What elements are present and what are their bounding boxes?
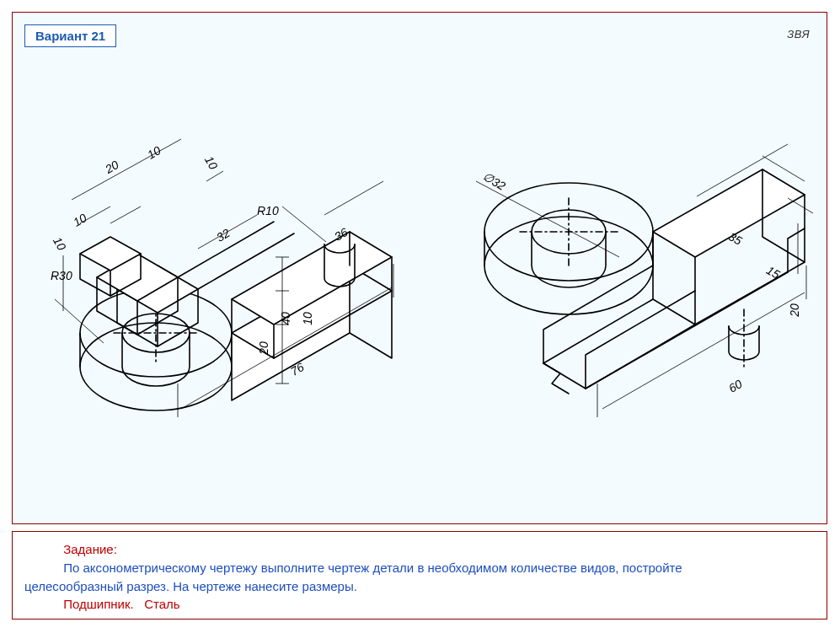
svg-line-31 [788,198,813,213]
drawing-panel: Вариант 21 ЗВЯ [12,12,827,524]
svg-line-10 [324,181,383,215]
task-body-line2: целесообразный разрез. На чертеже нанеси… [24,579,357,593]
dim-20r: 20 [788,303,801,317]
task-panel: Задание: По аксонометрическому чертежу в… [12,531,827,620]
dim-r10: R10 [257,204,279,217]
task-body-line1: По аксонометрическому чертежу выполните … [63,561,682,575]
right-iso-drawing [425,131,821,493]
corner-mark: ЗВЯ [787,28,810,40]
svg-line-33 [602,292,805,409]
dim-10v: 10 [301,312,314,325]
svg-line-6 [110,207,141,223]
task-heading: Задание: [63,542,117,556]
task-material: Сталь [144,597,179,611]
dim-20v: 20 [257,341,270,355]
dim-r30: R30 [51,269,72,282]
dim-40: 40 [279,312,292,325]
svg-line-8 [206,171,223,181]
task-part-name: Подшипник. [63,597,133,611]
variant-label: Вариант 21 [35,29,105,43]
svg-line-7 [72,139,181,200]
left-iso-drawing [29,131,417,485]
variant-badge: Вариант 21 [24,24,116,47]
